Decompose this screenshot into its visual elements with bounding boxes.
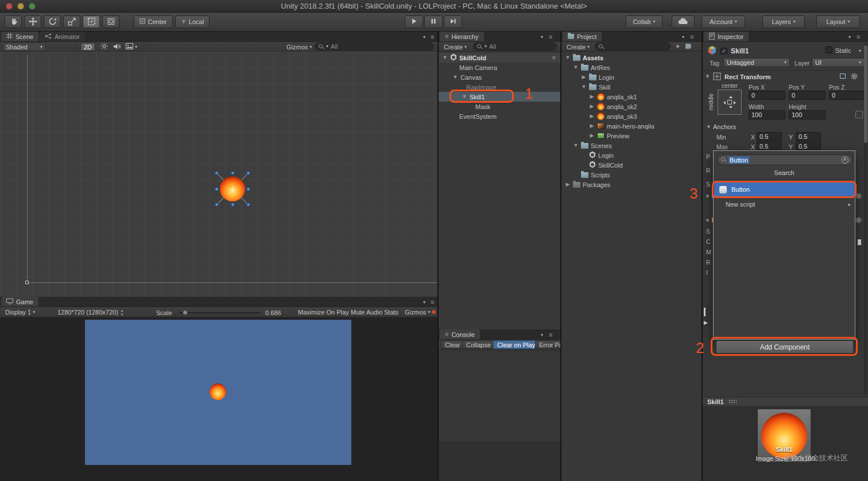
panel-dropdown-icon[interactable]: ▾: [541, 35, 543, 40]
component-foldout-icon[interactable]: ▼: [705, 218, 710, 223]
tab-inspector[interactable]: Inspector: [704, 32, 749, 41]
cloud-button[interactable]: [672, 15, 695, 28]
gameobject-name-field[interactable]: Skill1: [731, 47, 749, 55]
draw-mode-dropdown[interactable]: Shaded ▾: [2, 42, 46, 51]
layout-button[interactable]: Layout ▾: [816, 15, 860, 28]
anchors-foldout-icon[interactable]: ▼: [706, 125, 711, 130]
disclosure-icon[interactable]: ▼: [452, 75, 458, 80]
scale-tool-button[interactable]: [63, 15, 80, 28]
close-window-button[interactable]: [6, 3, 13, 10]
rect-handle[interactable]: [231, 203, 235, 207]
hierarchy-item-canvas[interactable]: ▼ Canvas: [439, 72, 560, 82]
anchor-min-y-field[interactable]: 0.5: [796, 132, 821, 141]
disclosure-icon[interactable]: ▶: [565, 182, 571, 187]
console-clear-button[interactable]: Clear: [441, 340, 464, 349]
scene-effects-dropdown[interactable]: ▾: [123, 42, 140, 51]
rect-handle[interactable]: [215, 187, 219, 191]
panel-menu-icon[interactable]: ≡: [857, 34, 860, 40]
gear-icon[interactable]: [851, 73, 858, 81]
disclosure-icon[interactable]: ▶: [589, 133, 595, 138]
create-dropdown[interactable]: Create ▾: [564, 42, 592, 51]
scene-viewport[interactable]: [0, 52, 437, 297]
hierarchy-item-mask[interactable]: Mask: [439, 102, 560, 111]
canvas-corner-handle[interactable]: [25, 281, 29, 284]
tab-console[interactable]: ≡ Console: [440, 329, 480, 339]
project-item-preview[interactable]: ▶ Preview: [561, 131, 702, 141]
inspector-scrollbar-thumb[interactable]: [864, 45, 867, 143]
scene-search-input[interactable]: ▾ All: [315, 42, 434, 51]
play-button[interactable]: [405, 15, 423, 28]
disclosure-icon[interactable]: ▼: [581, 84, 587, 90]
new-script-item[interactable]: New script ▸: [714, 198, 855, 211]
favorites-star-icon[interactable]: ★: [675, 43, 680, 49]
component-search-input[interactable]: Button ×: [717, 154, 852, 165]
project-item-main-hero-anqila[interactable]: ▶ main-hero-anqila: [561, 121, 702, 131]
disclosure-icon[interactable]: ▶: [581, 75, 587, 80]
tab-animator[interactable]: Animator: [40, 32, 85, 41]
rect-handle[interactable]: [231, 171, 235, 175]
tab-game[interactable]: Game: [1, 297, 38, 307]
active-checkbox[interactable]: ✓: [720, 48, 727, 55]
project-search-input[interactable]: [595, 42, 671, 51]
project-item-anqila-sk2[interactable]: ▶ anqila_sk2: [561, 102, 702, 111]
project-item-skill-folder[interactable]: ▼ Skill: [561, 82, 702, 92]
disclosure-icon[interactable]: ▼: [573, 65, 579, 70]
zoom-window-button[interactable]: [29, 3, 36, 10]
scene-gizmos-dropdown[interactable]: Gizmos ▾: [284, 42, 315, 51]
panel-dropdown-icon[interactable]: ▾: [423, 35, 425, 40]
disclosure-icon[interactable]: ▶: [589, 123, 595, 129]
project-item-login-folder[interactable]: ▶ Login: [561, 72, 702, 82]
disclosure-icon[interactable]: ▼: [442, 55, 448, 60]
gear-icon[interactable]: [855, 217, 862, 224]
rect-handle[interactable]: [246, 171, 250, 175]
panel-menu-icon[interactable]: ≡: [549, 332, 552, 338]
console-log-list[interactable]: [439, 350, 560, 442]
rect-handle[interactable]: [246, 187, 250, 191]
collab-button[interactable]: Collab ▾: [626, 15, 662, 28]
panel-dropdown-icon[interactable]: ▾: [682, 35, 684, 40]
hierarchy-item-eventsystem[interactable]: EventSystem: [439, 111, 560, 121]
search-by-label-icon[interactable]: [685, 44, 691, 49]
scale-slider-track[interactable]: [179, 312, 261, 313]
rect-tool-button[interactable]: [83, 15, 100, 28]
disclosure-icon[interactable]: ▶: [589, 104, 595, 109]
hierarchy-scene-row[interactable]: ▼ SkillCold ≡: [439, 53, 560, 63]
maximize-on-play-button[interactable]: Maximize On Play: [295, 308, 352, 316]
help-book-icon[interactable]: [839, 73, 846, 81]
panel-menu-icon[interactable]: ≡: [431, 299, 434, 305]
scene-lighting-toggle[interactable]: [98, 42, 111, 51]
project-item-scenes-folder[interactable]: ▼ Scenes: [561, 141, 702, 150]
project-item-artres[interactable]: ▼ ArtRes: [561, 63, 702, 72]
project-item-assets[interactable]: ▼ Assets: [561, 53, 702, 63]
game-gizmos-dropdown[interactable]: Gizmos ▾: [402, 308, 433, 316]
hierarchy-item-main-camera[interactable]: Main Camera: [439, 63, 560, 72]
clipped-foldout-icon[interactable]: ▶: [704, 320, 708, 325]
component-foldout-icon[interactable]: ▼: [705, 74, 710, 79]
rect-handle[interactable]: [246, 203, 250, 207]
console-clear-on-play-button[interactable]: Clear on Play: [493, 340, 539, 349]
project-item-login-scene[interactable]: Login: [561, 150, 702, 160]
project-item-anqila-sk3[interactable]: ▶ anqila_sk3: [561, 111, 702, 121]
pos-x-field[interactable]: 0: [749, 91, 785, 100]
panel-menu-icon[interactable]: ≡: [690, 34, 693, 40]
panel-menu-icon[interactable]: ≡: [431, 34, 434, 40]
disclosure-icon[interactable]: ▶: [589, 114, 595, 119]
console-error-pause-button[interactable]: Error Pau: [535, 340, 560, 349]
scale-slider-knob[interactable]: [183, 310, 188, 315]
layers-button[interactable]: Layers ▾: [762, 15, 805, 28]
layer-dropdown[interactable]: UI ▾: [812, 58, 865, 67]
static-dropdown-icon[interactable]: ▾: [859, 49, 861, 53]
width-field[interactable]: 100: [749, 110, 785, 119]
selected-sprite-skill1[interactable]: [217, 173, 248, 204]
step-button[interactable]: [444, 15, 462, 28]
disclosure-icon[interactable]: ▶: [589, 94, 595, 99]
anchor-max-y-field[interactable]: 0.5: [796, 142, 821, 151]
display-dropdown[interactable]: Display 1 ▾: [2, 308, 38, 316]
rotate-tool-button[interactable]: [44, 15, 61, 28]
2d-toggle[interactable]: 2D: [80, 42, 95, 51]
tab-hierarchy[interactable]: ≡ Hierarchy: [440, 32, 484, 41]
anchor-preset-widget[interactable]: [718, 90, 742, 115]
hierarchy-search-input[interactable]: ▾ All: [473, 42, 557, 51]
project-item-packages[interactable]: ▶ Packages: [561, 180, 702, 189]
pos-z-field[interactable]: 0: [829, 91, 866, 100]
